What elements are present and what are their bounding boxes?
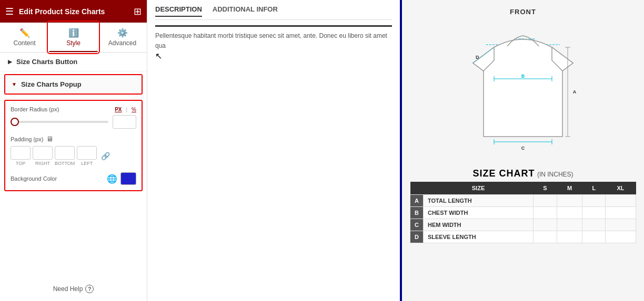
- row-l: [582, 195, 606, 207]
- globe-icon[interactable]: 🌐: [107, 174, 117, 184]
- col-header-l: L: [582, 182, 606, 195]
- padding-left-input[interactable]: 10: [77, 146, 97, 160]
- product-left-panel: DESCRIPTION ADDITIONAL INFOR Pellentesqu…: [147, 0, 402, 301]
- padding-left-label: LEFT: [81, 161, 93, 166]
- row-id: C: [410, 219, 424, 231]
- right-content: DESCRIPTION ADDITIONAL INFOR Pellentesqu…: [147, 0, 644, 301]
- col-header-m: M: [557, 182, 582, 195]
- style-tab-icon: ℹ️: [68, 28, 79, 38]
- left-panel: ☰ Edit Product Size Charts ⊞ ✏️ Content …: [0, 0, 147, 301]
- tab-style[interactable]: ℹ️ Style: [49, 23, 98, 52]
- border-radius-input[interactable]: 0: [113, 115, 136, 129]
- padding-right-label: RIGHT: [35, 161, 50, 166]
- need-help-label: Need Help: [53, 285, 83, 293]
- tab-style-label: Style: [66, 39, 80, 47]
- row-s: [534, 219, 557, 231]
- tab-advanced-label: Advanced: [108, 39, 136, 47]
- size-charts-popup-header[interactable]: ▼ Size Charts Popup: [5, 75, 142, 94]
- table-row: A TOTAL LENGTH: [410, 195, 636, 207]
- row-id: A: [410, 195, 424, 207]
- top-bar: ☰ Edit Product Size Charts ⊞: [0, 0, 147, 23]
- tab-content[interactable]: ✏️ Content: [0, 23, 49, 52]
- tabs-row: ✏️ Content ℹ️ Style ⚙️ Advanced: [0, 23, 147, 53]
- svg-text:D: D: [476, 55, 479, 60]
- border-radius-slider-row: 0: [11, 115, 136, 129]
- grid-icon[interactable]: ⊞: [134, 6, 142, 17]
- link-padding-icon[interactable]: 🔗: [101, 152, 110, 160]
- product-area: DESCRIPTION ADDITIONAL INFOR Pellentesqu…: [147, 0, 644, 301]
- hamburger-menu-icon[interactable]: ☰: [5, 6, 14, 17]
- tab-additional-info[interactable]: ADDITIONAL INFOR: [213, 5, 278, 17]
- color-controls: 🌐: [107, 172, 136, 185]
- row-name: CHEST WIDTH: [423, 207, 533, 219]
- border-radius-slider-track[interactable]: [11, 121, 108, 123]
- col-header-xl: XL: [606, 182, 636, 195]
- tab-advanced[interactable]: ⚙️ Advanced: [98, 23, 147, 52]
- padding-top-label: TOP: [16, 161, 25, 166]
- table-row: C HEM WIDTH: [410, 219, 636, 231]
- padding-bottom-input[interactable]: 10: [55, 146, 75, 160]
- row-name: TOTAL LENGTH: [423, 195, 533, 207]
- size-charts-popup-section: ▼ Size Charts Popup: [4, 74, 143, 95]
- padding-inputs: 10 TOP 10 RIGHT 10 BOTTOM 10 LEFT 🔗: [11, 146, 136, 166]
- border-radius-slider-thumb[interactable]: [11, 118, 19, 126]
- padding-right-input[interactable]: 10: [33, 146, 53, 160]
- unit-px-button[interactable]: PX: [115, 107, 122, 112]
- row-xl: [606, 231, 636, 243]
- background-color-setting: Background Color 🌐: [11, 172, 136, 185]
- row-s: [534, 231, 557, 243]
- padding-right-box: 10 RIGHT: [33, 146, 53, 166]
- col-header-size: SIZE: [423, 182, 533, 195]
- row-l: [582, 231, 606, 243]
- row-l: [582, 219, 606, 231]
- svg-text:A: A: [573, 89, 577, 95]
- mouse-cursor-icon: ↖: [155, 51, 162, 61]
- page-title: Edit Product Size Charts: [19, 7, 128, 16]
- advanced-tab-icon: ⚙️: [117, 28, 128, 38]
- padding-label: Padding (px): [11, 136, 43, 142]
- content-tab-icon: ✏️: [19, 28, 30, 38]
- row-m: [557, 231, 582, 243]
- table-row: D SLEEVE LENGTH: [410, 231, 636, 243]
- row-l: [582, 207, 606, 219]
- size-charts-button-label: Size Charts Button: [16, 58, 77, 66]
- tab-description[interactable]: DESCRIPTION: [155, 5, 202, 17]
- col-header-s: S: [534, 182, 557, 195]
- need-help-section: Need Help ?: [0, 277, 147, 301]
- unit-percent-button[interactable]: %: [132, 107, 136, 112]
- popup-settings-panel: Border Radius (px) PX | % 0 Padding (px)…: [4, 100, 143, 191]
- row-m: [557, 219, 582, 231]
- border-radius-setting: Border Radius (px) PX | % 0: [11, 106, 136, 129]
- row-m: [557, 195, 582, 207]
- color-swatch[interactable]: [120, 172, 136, 185]
- svg-text:B: B: [521, 74, 525, 79]
- padding-label-row: Padding (px) 🖥: [11, 135, 136, 143]
- tab-underline: [155, 25, 392, 27]
- row-s: [534, 195, 557, 207]
- row-s: [534, 207, 557, 219]
- col-header-id: [410, 182, 424, 195]
- row-xl: [606, 195, 636, 207]
- size-chart-title: SIZE CHART (IN INCHES): [410, 168, 636, 179]
- size-chart-section: SIZE CHART (IN INCHES) SIZE S M L XL: [410, 168, 636, 243]
- size-charts-button-section[interactable]: ▶ Size Charts Button: [0, 53, 147, 71]
- row-id: B: [410, 207, 424, 219]
- section-arrow-icon: ▶: [8, 59, 12, 65]
- padding-left-box: 10 LEFT: [77, 146, 97, 166]
- row-name: HEM WIDTH: [423, 219, 533, 231]
- size-table: SIZE S M L XL A TOTAL LENGTH B CHEST WID…: [410, 182, 636, 243]
- row-m: [557, 207, 582, 219]
- product-right-panel: FRONT HPS LINE: [402, 0, 644, 301]
- monitor-icon: 🖥: [46, 135, 53, 143]
- padding-bottom-label: BOTTOM: [55, 161, 75, 166]
- padding-bottom-box: 10 BOTTOM: [55, 146, 75, 166]
- size-charts-popup-label: Size Charts Popup: [21, 80, 82, 88]
- padding-top-input[interactable]: 10: [11, 146, 31, 160]
- row-xl: [606, 219, 636, 231]
- tshirt-svg: HPS LINE B: [444, 21, 602, 158]
- row-xl: [606, 207, 636, 219]
- tshirt-container: HPS LINE B: [444, 21, 602, 158]
- help-icon[interactable]: ?: [85, 285, 94, 293]
- svg-text:C: C: [521, 146, 525, 151]
- product-tabs: DESCRIPTION ADDITIONAL INFOR: [155, 5, 392, 20]
